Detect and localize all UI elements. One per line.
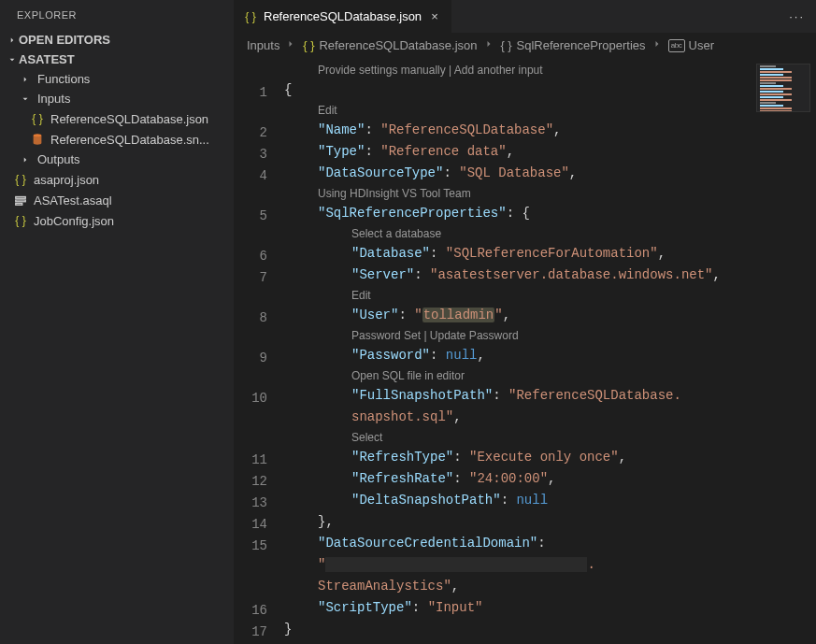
folder-label: Functions: [37, 72, 90, 86]
codelens-hdinsight: Using HDInsight VS Tool Team: [284, 184, 816, 203]
file-icon: [13, 193, 28, 208]
file-reference-json[interactable]: { } ReferenceSQLDatabase.json: [0, 108, 234, 129]
tab-reference-json[interactable]: { } ReferenceSQLDatabase.json ×: [234, 0, 451, 33]
json-icon: { }: [302, 39, 315, 52]
folder-label: Outputs: [37, 152, 80, 166]
close-icon[interactable]: ×: [427, 9, 442, 23]
file-jobconfig[interactable]: { } JobConfig.json: [0, 210, 234, 231]
json-icon: { }: [13, 172, 28, 187]
breadcrumb-sqlref[interactable]: { } SqlReferenceProperties: [500, 38, 646, 52]
chevron-right-icon: [285, 38, 296, 52]
project-section[interactable]: ASATEST: [0, 50, 234, 69]
codelens-top: Provide settings manually | Add another …: [284, 61, 816, 79]
codelens-edit-user[interactable]: Edit: [284, 286, 816, 305]
folder-outputs[interactable]: Outputs: [0, 150, 234, 169]
codelens-selectdb[interactable]: Select a database: [284, 224, 816, 243]
editor[interactable]: 1 2 3 4 5 6 7 8 9 10 11 12 13 14 15 16 1…: [234, 58, 816, 644]
json-icon: { }: [30, 111, 45, 126]
codelens-opensql[interactable]: Open SQL file in editor: [284, 366, 816, 385]
project-label: ASATEST: [19, 52, 75, 66]
svg-point-0: [34, 134, 42, 137]
file-asatest[interactable]: ASATest.asaql: [0, 190, 234, 210]
svg-rect-3: [16, 204, 22, 206]
string-icon: abc: [668, 39, 685, 52]
breadcrumb-file[interactable]: { } ReferenceSQLDatabase.json: [302, 38, 477, 52]
file-label: ReferenceSQLDatabase.json: [50, 112, 208, 126]
chevron-right-icon: [483, 38, 494, 52]
folder-label: Inputs: [37, 92, 70, 106]
file-asaproj[interactable]: { } asaproj.json: [0, 169, 234, 190]
breadcrumb-user[interactable]: abc User: [668, 38, 714, 52]
chevron-right-icon: [6, 36, 19, 45]
svg-rect-1: [16, 197, 26, 199]
chevron-right-icon: [19, 75, 32, 84]
breadcrumbs: Inputs { } ReferenceSQLDatabase.json { }…: [234, 33, 816, 58]
minimap[interactable]: [756, 64, 810, 112]
file-reference-snapshot[interactable]: ReferenceSQLDatabase.sn...: [0, 129, 234, 150]
codelens-password: Password Set | Update Password: [284, 326, 816, 345]
more-actions-icon[interactable]: ···: [778, 9, 816, 23]
tab-label: ReferenceSQLDatabase.json: [264, 9, 422, 23]
line-gutter: 1 2 3 4 5 6 7 8 9 10 11 12 13 14 15 16 1…: [234, 58, 284, 644]
database-icon: [30, 132, 45, 147]
open-editors-label: OPEN EDITORS: [19, 33, 110, 47]
editor-group: { } ReferenceSQLDatabase.json × ··· Inpu…: [234, 0, 816, 644]
braces-icon: { }: [500, 39, 513, 52]
codelens-update-password[interactable]: Update Password: [430, 329, 519, 342]
chevron-right-icon: [651, 38, 663, 52]
chevron-down-icon: [6, 55, 19, 64]
redacted-value: [325, 557, 587, 572]
file-label: ReferenceSQLDatabase.sn...: [50, 133, 209, 147]
codelens-add-input[interactable]: Add another input: [454, 64, 543, 77]
svg-rect-2: [16, 200, 26, 202]
chevron-right-icon: [19, 155, 32, 165]
json-icon: { }: [13, 213, 28, 228]
codelens-edit-name[interactable]: Edit: [284, 101, 816, 120]
json-icon: { }: [243, 9, 258, 24]
file-label: ASATest.asaql: [34, 193, 112, 208]
folder-inputs[interactable]: Inputs: [0, 89, 234, 108]
folder-functions[interactable]: Functions: [0, 69, 234, 89]
codelens-select[interactable]: Select: [284, 428, 816, 447]
file-label: asaproj.json: [34, 173, 99, 187]
code-content[interactable]: Provide settings manually | Add another …: [284, 58, 816, 644]
chevron-down-icon: [19, 94, 32, 104]
explorer-title: EXPLORER: [0, 0, 234, 30]
breadcrumb-inputs[interactable]: Inputs: [247, 38, 279, 52]
open-editors-section[interactable]: OPEN EDITORS: [0, 30, 234, 50]
file-label: JobConfig.json: [34, 214, 114, 228]
explorer-sidebar: EXPLORER OPEN EDITORS ASATEST Functions …: [0, 0, 234, 644]
codelens-provide-settings[interactable]: Provide settings manually: [318, 64, 446, 77]
tab-bar: { } ReferenceSQLDatabase.json × ···: [234, 0, 816, 33]
